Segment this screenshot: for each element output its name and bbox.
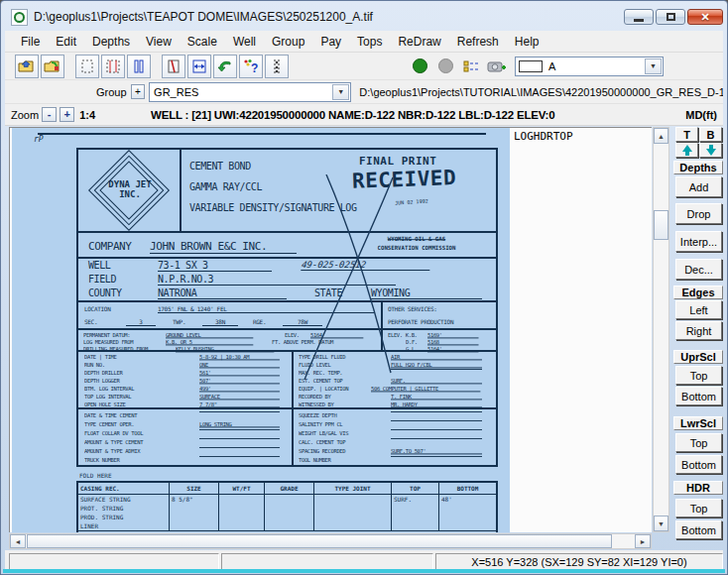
app-icon [11,9,28,26]
app-window: D:\geoplus1\Projects\TEAPOT DOME\IMAGES\… [0,0,728,575]
hdr-top-button[interactable]: Top [675,499,722,518]
width-arrows-icon [191,58,207,74]
depths-add-button[interactable]: Add [675,176,722,197]
zoom-bar: Zoom - + 1:4 WELL : [21] UWI:42201950000… [5,104,723,126]
layer-combobox[interactable]: A ▼ [515,57,664,76]
add-image-button[interactable] [485,55,509,78]
menu-pay[interactable]: Pay [312,32,349,52]
group-combobox-value: GR_RES [154,86,198,98]
track-bars-button[interactable] [127,55,151,78]
log-type-1: CEMENT BOND [189,161,251,172]
sparkle-question-icon: ? [242,58,260,74]
menu-depths[interactable]: Depths [84,32,138,52]
doc-cement-section: DATE & TIME CEMENT TYPE CEMENT OPER.LONG… [78,409,496,465]
title-bar[interactable]: D:\geoplus1\Projects\TEAPOT DOME\IMAGES\… [5,4,723,30]
identify-button[interactable]: ? [239,55,263,78]
zoom-in-button[interactable]: + [60,107,74,122]
image-viewport[interactable]: rP DYNA JET INC. CEMENT BOND GAMMA RAY/ [9,127,652,532]
menu-group[interactable]: Group [264,32,312,52]
hdr-group-header: HDR [673,481,723,495]
lwrscl-bottom-button[interactable]: Bottom [675,455,722,474]
depth-unit-label: MD(ft) [685,109,717,121]
group-combobox[interactable]: GR_RES ▼ [149,82,351,102]
teal-down-arrow-icon [706,145,716,156]
menu-view[interactable]: View [138,32,180,52]
depths-interp-button[interactable]: Interp... [675,231,722,252]
save-image-button[interactable] [41,55,64,78]
image-on-button[interactable] [408,55,431,78]
tools-sidebar: T B Depths Add Drop Interp... Dec... Edg… [673,127,725,547]
crop-edges-button[interactable] [101,55,125,78]
camera-plus-icon [487,58,507,74]
zoom-out-button[interactable]: - [42,107,57,122]
maximize-button[interactable] [656,9,685,25]
undo-button[interactable] [213,55,237,78]
group-add-button[interactable]: + [131,84,146,99]
lwrscl-group-header: LwrScl [673,416,723,430]
scroll-left-button[interactable]: ◄ [10,534,26,548]
minimize-button[interactable] [624,9,654,25]
move-down-button[interactable] [699,143,722,158]
open-image-button[interactable] [15,55,39,78]
vertical-scroll-thumb[interactable] [654,210,668,240]
status-panel-1 [9,553,219,570]
menu-refresh[interactable]: Refresh [449,32,507,52]
edges-group-header: Edges [673,286,723,299]
select-region-button[interactable] [75,55,99,78]
minimize-icon [634,19,644,22]
depths-drop-button[interactable]: Drop [675,203,722,224]
menu-edit[interactable]: Edit [48,32,84,52]
image-path-label: D:\geoplus1\Projects\TUTORIAL\IMAGES\422… [359,86,723,98]
edges-left-button[interactable]: Left [675,300,722,319]
menu-help[interactable]: Help [507,32,547,52]
horizontal-scroll-thumb[interactable] [27,534,612,548]
move-up-button[interactable] [675,143,698,158]
close-icon: ✕ [700,12,709,23]
vertical-scrollbar[interactable]: ▲ ▼ [653,127,669,532]
primary-cement-header: PRIMARY CEMENT DATA [78,530,496,532]
scroll-up-button[interactable]: ▲ [654,128,668,144]
table-row: SURFACE STRING8 5/8"SURF.48' [78,495,496,504]
scroll-down-button[interactable]: ▼ [654,516,668,531]
undo-arrow-icon [216,58,234,74]
menu-file[interactable]: File [13,32,48,52]
group-combobox-arrow[interactable]: ▼ [332,84,349,100]
toolbar: ? A ▼ [5,53,723,80]
uprscl-bottom-button[interactable]: Bottom [675,387,722,405]
menu-redraw[interactable]: ReDraw [390,32,448,52]
dotted-bars-icon [270,58,284,74]
scroll-right-button[interactable]: ► [635,534,651,548]
depth-list-button[interactable] [459,55,483,78]
menu-scale[interactable]: Scale [180,32,225,52]
menu-tops[interactable]: Tops [349,32,390,52]
lwrscl-top-button[interactable]: Top [675,433,722,452]
layer-combobox-arrow[interactable]: ▼ [645,58,662,74]
edges-right-button[interactable]: Right [675,321,722,340]
blue-bars-icon [131,58,147,74]
image-off-button[interactable] [433,55,457,78]
hdr-bottom-button[interactable]: Bottom [675,520,722,539]
uprscl-top-button[interactable]: Top [675,366,722,385]
close-button[interactable]: ✕ [687,9,723,25]
window-title: D:\geoplus1\Projects\TEAPOT DOME\IMAGES\… [34,10,373,24]
maximize-icon [667,13,675,21]
horizontal-scrollbar[interactable]: ◄ ► [9,533,652,549]
deskew-button[interactable] [162,55,185,78]
depths-dec-button[interactable]: Dec... [675,259,722,280]
top-button[interactable]: T [675,127,698,142]
table-row: LINER [78,521,496,530]
open-folder-icon [18,58,36,74]
tif-image-canvas[interactable]: rP DYNA JET INC. CEMENT BOND GAMMA RAY/ [12,128,510,532]
depth-grid-button[interactable] [265,55,289,78]
layer-color-swatch [519,60,543,72]
doc-corner-mark: rP [34,135,44,144]
bottom-button[interactable]: B [699,127,722,142]
fit-width-button[interactable] [187,55,211,78]
zoom-label: Zoom [11,109,39,121]
group-bar: Group + GR_RES ▼ D:\geoplus1\Projects\TU… [5,80,723,104]
menu-well[interactable]: Well [225,32,264,52]
gray-dot-icon [438,58,453,73]
cross-out-mark [272,174,421,388]
depths-group-header: Depths [673,161,723,174]
table-row: PROD. STRING [78,513,496,521]
